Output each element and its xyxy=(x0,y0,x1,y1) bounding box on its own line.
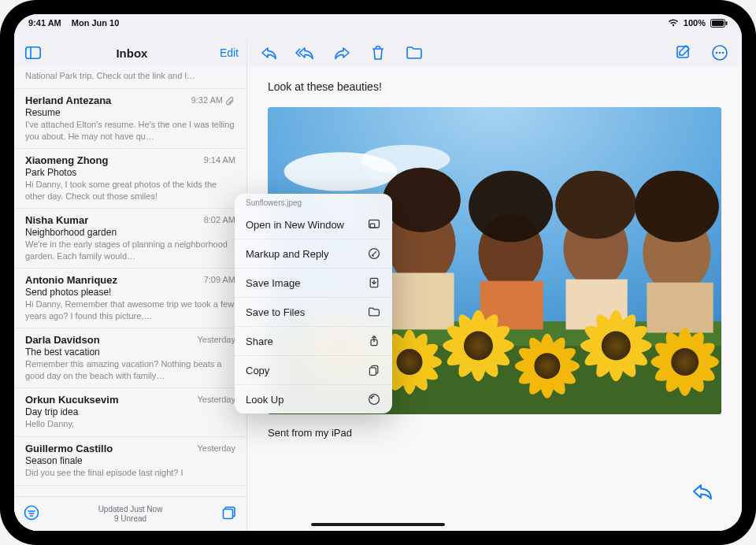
screen: 9:41 AM Mon Jun 10 100% xyxy=(14,14,742,531)
status-bar: 9:41 AM Mon Jun 10 100% xyxy=(14,14,742,32)
status-date: Mon Jun 10 xyxy=(72,18,120,28)
mail-item[interactable]: Guillermo Castillo Yesterday Season fina… xyxy=(14,437,246,486)
context-menu-item[interactable]: Share xyxy=(235,326,392,355)
multitasking-grabber[interactable] xyxy=(14,32,742,39)
forward-button[interactable] xyxy=(331,42,353,64)
svg-rect-32 xyxy=(647,283,713,333)
context-menu-item[interactable]: Look Up xyxy=(235,384,392,413)
message-toolbar xyxy=(247,39,742,66)
svg-rect-2 xyxy=(726,21,728,25)
svg-point-47 xyxy=(397,349,423,375)
mail-subject: Day trip idea xyxy=(25,406,235,417)
sidebar-title: Inbox xyxy=(44,46,220,60)
footer-unread: 9 Unread xyxy=(39,514,221,524)
ipad-frame: 9:41 AM Mon Jun 10 100% xyxy=(0,0,756,545)
mail-time: 7:09 AM xyxy=(204,275,235,284)
mail-subject: Park Photos xyxy=(25,167,235,178)
move-button[interactable] xyxy=(403,42,425,64)
svg-point-14 xyxy=(719,52,721,54)
trash-button[interactable] xyxy=(367,42,389,64)
quick-reply-button[interactable] xyxy=(690,479,715,504)
context-menu-label: Copy xyxy=(246,365,269,376)
context-menu-label: Share xyxy=(246,336,273,347)
mail-sender: Herland Antezana xyxy=(25,95,111,106)
mail-list[interactable]: National Park trip. Check out the link a… xyxy=(14,66,246,496)
mail-item[interactable]: Xiaomeng Zhong 9:14 AM Park Photos Hi Da… xyxy=(14,149,246,209)
svg-rect-77 xyxy=(370,224,375,228)
mail-time: Yesterday xyxy=(197,395,235,404)
mail-sender: Nisha Kumar xyxy=(25,214,88,226)
context-menu-item[interactable]: Markup and Reply xyxy=(235,239,392,268)
context-menu-item[interactable]: Save Image xyxy=(235,268,392,297)
context-menu-label: Open in New Window xyxy=(246,219,344,231)
mail-subject: Resume xyxy=(25,107,235,118)
mail-item[interactable]: Orkun Kucuksevim Yesterday Day trip idea… xyxy=(14,388,246,437)
mail-time: 8:02 AM xyxy=(204,215,235,224)
reply-all-button[interactable] xyxy=(295,42,317,64)
paperclip-icon xyxy=(226,95,235,105)
folder-icon xyxy=(367,305,381,319)
svg-rect-3 xyxy=(26,47,40,58)
reply-button[interactable] xyxy=(258,42,280,64)
wifi-icon xyxy=(668,19,679,27)
mail-subject: Send photos please! xyxy=(25,287,235,298)
sidebar-header: Inbox Edit xyxy=(14,39,246,66)
mail-time: 9:32 AM xyxy=(191,95,223,105)
mail-preview: Remember this amazing vacation? Nothing … xyxy=(25,358,235,381)
compose-stack-button[interactable] xyxy=(221,505,237,524)
mail-snippet-top[interactable]: National Park trip. Check out the link a… xyxy=(14,66,246,89)
message-signature: Sent from my iPad xyxy=(268,427,721,439)
mail-time: 9:14 AM xyxy=(204,155,235,165)
mail-preview: Hello Danny, xyxy=(25,418,235,430)
status-time: 9:41 AM xyxy=(28,18,61,28)
battery-percent: 100% xyxy=(684,18,706,28)
filter-button[interactable] xyxy=(24,505,39,524)
message-body: Look at these beauties! xyxy=(268,80,721,93)
mail-preview: Hi Danny, I took some great photos of th… xyxy=(25,179,235,202)
mail-sender: Xiaomeng Zhong xyxy=(25,154,108,166)
home-indicator[interactable] xyxy=(311,523,445,526)
mail-preview: I've attached Elton's resume. He's the o… xyxy=(25,119,235,142)
svg-rect-82 xyxy=(369,368,376,376)
svg-point-25 xyxy=(469,171,553,243)
more-button[interactable] xyxy=(709,42,731,64)
edit-button[interactable]: Edit xyxy=(220,46,239,59)
mail-item[interactable]: Nisha Kumar 8:02 AM Neighborhood garden … xyxy=(14,209,246,269)
mail-item[interactable]: Antonio Manriquez 7:09 AM Send photos pl… xyxy=(14,269,246,328)
mail-sender: Antonio Manriquez xyxy=(25,274,117,286)
mail-sender: Orkun Kucuksevim xyxy=(25,394,119,406)
attachment-context-menu: Sunflowers.jpeg Open in New WindowMarkup… xyxy=(235,194,392,413)
mail-subject: The best vacation xyxy=(25,347,235,358)
context-menu-item[interactable]: Copy xyxy=(235,355,392,384)
mail-preview: Hi Danny, Remember that awesome trip we … xyxy=(25,298,235,321)
svg-point-75 xyxy=(671,348,699,376)
mail-time: Yesterday xyxy=(197,335,235,344)
footer-updated: Updated Just Now xyxy=(39,505,221,514)
mail-preview: Did you see the final episode last night… xyxy=(25,467,235,479)
svg-rect-10 xyxy=(224,509,233,518)
context-menu-label: Markup and Reply xyxy=(246,248,329,260)
svg-rect-23 xyxy=(389,272,454,329)
markup-icon xyxy=(367,247,381,261)
compose-button[interactable] xyxy=(673,42,695,64)
save-icon xyxy=(367,276,381,290)
context-menu-item[interactable]: Save to Files xyxy=(235,297,392,326)
sidebar-toggle-button[interactable] xyxy=(22,42,44,64)
battery-icon xyxy=(710,19,728,28)
mail-item[interactable]: Herland Antezana 9:32 AM Resume I've att… xyxy=(14,89,246,149)
mail-subject: Neighborhood garden xyxy=(25,227,235,238)
svg-point-68 xyxy=(602,331,631,360)
share-icon xyxy=(367,334,381,348)
mail-preview: We're in the early stages of planning a … xyxy=(25,239,235,261)
inbox-sidebar: Inbox Edit National Park trip. Check out… xyxy=(14,39,247,531)
mail-item[interactable]: Darla Davidson Yesterday The best vacati… xyxy=(14,328,246,388)
svg-point-22 xyxy=(383,168,461,232)
lookup-icon xyxy=(367,392,381,406)
svg-rect-1 xyxy=(712,20,724,26)
context-menu-item[interactable]: Open in New Window xyxy=(235,210,392,239)
mail-sender: Guillermo Castillo xyxy=(25,443,113,454)
svg-point-15 xyxy=(722,52,724,54)
sidebar-footer: Updated Just Now 9 Unread xyxy=(14,496,246,531)
context-menu-title: Sunflowers.jpeg xyxy=(235,194,392,210)
context-menu-label: Save to Files xyxy=(246,306,305,318)
